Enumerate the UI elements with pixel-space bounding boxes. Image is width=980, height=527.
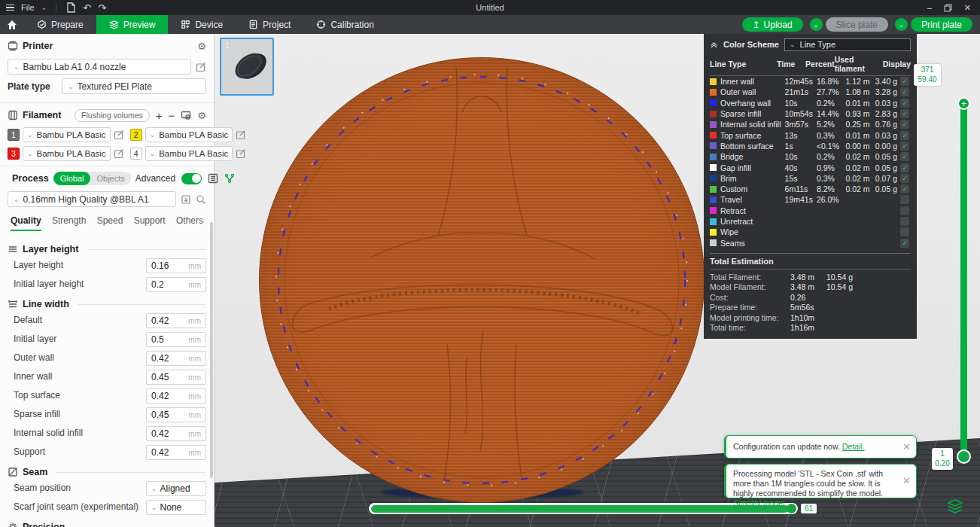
- process-tab-support[interactable]: Support: [134, 215, 166, 231]
- filament-edit-icon[interactable]: [114, 148, 124, 159]
- plate-thumbnail[interactable]: 1: [220, 38, 274, 96]
- tab-prepare[interactable]: Prepare: [24, 15, 96, 34]
- param-tree-icon[interactable]: [224, 173, 235, 184]
- param-input-layer-height[interactable]: 0.16mm: [146, 258, 206, 273]
- upload-button[interactable]: ↥Upload: [742, 17, 803, 32]
- printer-settings-icon[interactable]: ⚙: [197, 41, 206, 52]
- coin-model[interactable]: [259, 57, 705, 503]
- display-checkbox[interactable]: ✓: [900, 174, 909, 183]
- display-checkbox[interactable]: [900, 217, 909, 226]
- param-input-sparse-infill[interactable]: 0.45mm: [146, 407, 206, 422]
- undo-icon[interactable]: ↶: [83, 3, 91, 13]
- param-input-inner-wall[interactable]: 0.45mm: [146, 370, 206, 385]
- display-checkbox[interactable]: [900, 195, 909, 204]
- layer-slider-top-handle[interactable]: +: [957, 97, 970, 110]
- printer-edit-icon[interactable]: [196, 62, 206, 72]
- moves-slider-handle[interactable]: [787, 504, 796, 513]
- display-checkbox[interactable]: ✓: [900, 152, 909, 161]
- filament-select[interactable]: ⌄Bambu PLA Basic: [145, 146, 233, 161]
- display-checkbox[interactable]: ✓: [900, 77, 909, 86]
- display-checkbox[interactable]: ✓: [900, 163, 909, 172]
- filament-badge[interactable]: 2: [130, 129, 142, 141]
- scope-global[interactable]: Global: [53, 172, 91, 185]
- filament-settings-icon[interactable]: ⚙: [197, 110, 206, 121]
- process-tab-strength[interactable]: Strength: [52, 215, 86, 231]
- menu-icon[interactable]: [6, 3, 14, 13]
- printer-select[interactable]: ⌄Bambu Lab A1 0.4 nozzle: [8, 59, 191, 75]
- save-preset-icon[interactable]: [181, 194, 191, 205]
- process-tab-quality[interactable]: Quality: [11, 215, 41, 231]
- redo-icon[interactable]: ↷: [98, 3, 106, 13]
- process-tab-others[interactable]: Others: [176, 215, 203, 231]
- scope-toggle[interactable]: Global Objects: [53, 172, 131, 185]
- 3d-viewport[interactable]: 1 Color Scheme ⌄Line Type Line Type Time…: [215, 34, 980, 527]
- display-checkbox[interactable]: ✓: [900, 87, 909, 96]
- new-file-icon[interactable]: [65, 2, 76, 13]
- filament-select[interactable]: ⌄Bambu PLA Basic: [23, 127, 111, 142]
- display-checkbox[interactable]: ✓: [900, 109, 909, 118]
- chevron-down-icon[interactable]: ⌄: [41, 4, 47, 11]
- display-checkbox[interactable]: ✓: [900, 131, 909, 140]
- file-menu[interactable]: File: [21, 3, 35, 12]
- display-checkbox[interactable]: ✓: [900, 142, 909, 151]
- home-tab[interactable]: [0, 15, 24, 34]
- filament-edit-icon[interactable]: [236, 129, 246, 140]
- param-input-initial-layer-height[interactable]: 0.2mm: [146, 277, 206, 292]
- restore-button[interactable]: [944, 4, 952, 12]
- remove-filament-button[interactable]: −: [169, 109, 175, 122]
- filament-edit-icon[interactable]: [236, 148, 246, 159]
- param-input-initial-layer[interactable]: 0.5mm: [146, 332, 206, 347]
- close-button[interactable]: ✕: [964, 3, 971, 13]
- param-select-scarf-joint-seam-experimental-[interactable]: ⌄None: [146, 500, 206, 515]
- print-dropdown-button[interactable]: ⌄: [895, 18, 908, 31]
- ams-sync-icon[interactable]: [181, 110, 191, 120]
- close-icon[interactable]: ✕: [902, 475, 911, 487]
- filament-select[interactable]: ⌄Bambu PLA Basic: [23, 146, 111, 161]
- filament-badge[interactable]: 3: [8, 148, 20, 160]
- print-plate-button[interactable]: Print plate: [911, 17, 972, 32]
- param-input-outer-wall[interactable]: 0.42mm: [146, 351, 206, 366]
- display-checkbox[interactable]: ✓: [900, 184, 909, 193]
- advanced-toggle[interactable]: [181, 173, 202, 184]
- tab-device[interactable]: Device: [168, 15, 236, 34]
- param-input-top-surface[interactable]: 0.42mm: [146, 388, 206, 404]
- layer-slider-bottom-handle[interactable]: [957, 449, 971, 464]
- display-checkbox[interactable]: ✓: [900, 99, 909, 108]
- display-checkbox[interactable]: ✓: [900, 120, 909, 129]
- slice-dropdown-button[interactable]: ⌄: [810, 18, 823, 31]
- add-filament-button[interactable]: +: [156, 109, 163, 122]
- param-input-support[interactable]: 0.42mm: [146, 445, 206, 460]
- tab-preview[interactable]: Preview: [96, 15, 169, 34]
- tab-project[interactable]: Project: [236, 15, 303, 34]
- param-input-internal-solid-infill[interactable]: 0.42mm: [146, 426, 206, 441]
- tab-calibration[interactable]: Calibration: [303, 15, 386, 34]
- display-checkbox[interactable]: [900, 227, 909, 236]
- filament-select[interactable]: ⌄Bambu PLA Basic: [145, 127, 233, 142]
- minimize-button[interactable]: –: [927, 3, 932, 12]
- collapse-icon[interactable]: [710, 41, 718, 49]
- display-checkbox[interactable]: ✓: [900, 239, 909, 248]
- layers-icon[interactable]: [947, 498, 963, 513]
- plate-type-select[interactable]: ⌄Textured PEI Plate: [62, 78, 206, 94]
- layer-slider[interactable]: [960, 105, 967, 458]
- close-icon[interactable]: ✕: [902, 440, 911, 452]
- flushing-volumes-button[interactable]: Flushing volumes: [75, 109, 150, 122]
- filament-badge[interactable]: 1: [8, 129, 20, 141]
- search-icon[interactable]: [196, 194, 206, 205]
- process-tab-speed[interactable]: Speed: [97, 215, 123, 231]
- param-input-default[interactable]: 0.42mm: [146, 313, 206, 328]
- param-select-seam-position[interactable]: ⌄Aligned: [146, 481, 206, 496]
- param-list-icon[interactable]: [208, 173, 218, 184]
- detail-link[interactable]: Detail.: [842, 442, 865, 451]
- filament-edit-icon[interactable]: [114, 129, 124, 140]
- cell: Internal solid infill: [720, 120, 785, 129]
- scope-objects[interactable]: Objects: [90, 174, 130, 183]
- view-mode-select[interactable]: ⌄Line Type: [784, 38, 911, 51]
- display-checkbox[interactable]: [900, 206, 909, 215]
- slice-plate-button[interactable]: Slice plate: [826, 17, 888, 32]
- simplify-model-link[interactable]: Simplify model: [733, 498, 784, 507]
- preset-select[interactable]: ⌄0.16mm High Quality @BBL A1: [8, 191, 176, 207]
- panel-scrollbar[interactable]: [210, 222, 213, 478]
- filament-badge[interactable]: 4: [130, 148, 142, 160]
- line-type-row: Outer wall21m1s27.7%1.08 m3.28 g✓: [710, 87, 911, 97]
